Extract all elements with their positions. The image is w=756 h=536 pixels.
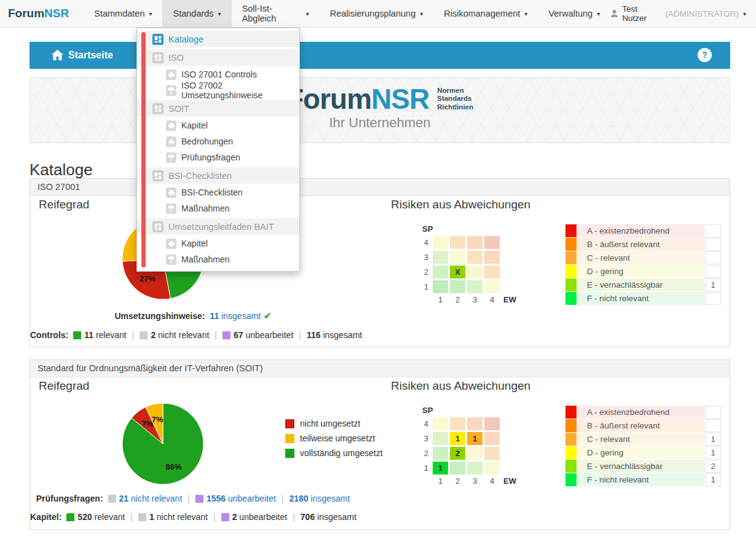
matrix-row-label: 3	[417, 432, 428, 445]
matrix-cell	[467, 417, 482, 430]
stats-label: Prüfungsfragen:	[36, 494, 103, 503]
pie-slice-label: 7%	[152, 415, 163, 424]
dropdown-item-pr-fungsfragen[interactable]: Prüfungsfragen	[137, 149, 299, 165]
umbrella-icon	[166, 152, 176, 163]
matrix-row-label: 4	[417, 417, 428, 430]
stats-separator: |	[293, 512, 295, 522]
legend-swatch	[285, 449, 294, 458]
stats-count: 116	[307, 330, 321, 340]
panel-header-label: ISO 27001	[37, 182, 80, 192]
matrix-cell	[484, 280, 500, 293]
nav-menu: Stammdaten▾Standards▾Soll-Ist-Abgleich▾R…	[84, 0, 610, 27]
puzzle-icon	[166, 69, 176, 80]
matrix-corner-spacer	[417, 476, 428, 486]
risk-class-label: C - relevant	[577, 433, 704, 446]
risk-class-swatch	[565, 265, 577, 278]
dropdown-item-kapitel[interactable]: Kapitel	[137, 235, 299, 251]
dropdown-item-ma-nahmen[interactable]: Maßnahmen	[137, 200, 299, 216]
puzzle-icon	[166, 238, 176, 249]
stats-text-link[interactable]: insgesamt	[219, 311, 261, 321]
dropdown-link-kataloge[interactable]: Kataloge	[137, 31, 299, 47]
matrix-col-labels: 1234EW	[417, 476, 516, 486]
pie-legend: nicht umgesetztteilweise umgesetztvollst…	[285, 419, 383, 463]
page-title: Kataloge	[30, 160, 93, 179]
dropdown-item-label: Prüfungsfragen	[181, 152, 240, 162]
stats-count: 706	[301, 512, 315, 522]
risk-class-label: D - gering	[577, 265, 704, 278]
dropdown-section-soit[interactable]: SOIT	[137, 100, 299, 117]
dropdown-section-iso[interactable]: ISO	[137, 49, 299, 66]
stats-count-link[interactable]: 2180	[289, 494, 308, 503]
nav-item-risikomanagement[interactable]: Risikomanagement▾	[433, 0, 538, 27]
dropdown-item-label: Kapitel	[181, 120, 208, 130]
dropdown-section-bsi-checklisten[interactable]: BSI-Checklisten	[137, 167, 299, 184]
risk-class-count: 2	[705, 460, 721, 473]
risk-class-count	[705, 406, 721, 419]
dropdown-item-iso-27002-umsetzungshinweise[interactable]: ISO 27002 Umsetzungshinweise	[137, 82, 299, 98]
risk-legend-row: B - äußerst relevant	[565, 419, 721, 432]
risk-legend-row: A - existenzbedrohend	[565, 406, 721, 419]
brand-part-2: NSR	[44, 7, 69, 20]
pie-slice-label: 27%	[140, 274, 156, 283]
nav-item-stammdaten[interactable]: Stammdaten▾	[84, 0, 162, 27]
stats-text-link[interactable]: insgesamt	[309, 494, 350, 503]
help-button[interactable]: ?	[698, 48, 712, 62]
chevron-down-icon: ▾	[743, 10, 746, 17]
stats-text: unbearbeitet	[243, 330, 294, 340]
matrix-cell	[433, 266, 448, 278]
nav-item-verwaltung[interactable]: Verwaltung▾	[538, 0, 610, 27]
stats-text-link[interactable]: nicht relevant	[128, 494, 182, 503]
user-menu[interactable]: Test Nutzer (ADMINISTRATOR) ▾	[610, 0, 756, 27]
stats-count: 67	[234, 330, 243, 340]
chevron-down-icon: ▾	[306, 10, 309, 17]
nav-item-label: Stammdaten	[94, 9, 144, 18]
risk-class-swatch	[565, 433, 577, 446]
risk-legend-row: D - gering	[565, 265, 721, 278]
dropdown-item-bsi-checklisten[interactable]: BSI-Checklisten	[137, 184, 299, 200]
matrix-cell[interactable]: 1	[433, 462, 448, 475]
risk-class-label: F - nicht relevant	[577, 473, 704, 486]
risk-legend-row: C - relevant1	[565, 433, 721, 446]
matrix-row: 311	[417, 432, 516, 445]
dropdown-item-ma-nahmen[interactable]: Maßnahmen	[137, 251, 299, 267]
dropdown-section-umsetzungsleitfaden-bait[interactable]: Umsetzungsleitfaden BAIT	[137, 218, 299, 235]
matrix-cell	[450, 462, 465, 475]
tiles-icon	[152, 34, 163, 45]
hero-logo-row: ForumNSR Normen Standards Richtlinien	[286, 85, 473, 113]
matrix-cell[interactable]: X	[450, 266, 465, 278]
stats-count-link[interactable]: 1556	[207, 494, 226, 503]
matrix-cell[interactable]: 2	[450, 447, 465, 460]
risk-legend-row: F - nicht relevant	[565, 292, 721, 305]
stats-count-link[interactable]: 11	[210, 311, 219, 321]
matrix-cell	[450, 236, 465, 249]
matrix-cell[interactable]: 1	[450, 432, 465, 445]
panel-header: ISO 27001	[30, 179, 730, 196]
chevron-down-icon: ▾	[149, 10, 152, 17]
risk-class-label: E - vernachlässigbar	[577, 278, 704, 291]
dropdown-item-kapitel[interactable]: Kapitel	[137, 117, 299, 133]
risks-heading: Risiken aus Abweichungen	[391, 198, 530, 211]
nav-item-standards[interactable]: Standards▾	[162, 0, 231, 27]
stats-count: 11	[84, 330, 93, 340]
risk-class-swatch	[565, 278, 577, 291]
dropdown-item-label: Bedrohungen	[181, 136, 233, 146]
nav-item-soll-ist-abgleich[interactable]: Soll-Ist-Abgleich▾	[232, 0, 320, 27]
stats-separator: |	[187, 494, 190, 503]
nav-item-realisierungsplanung[interactable]: Realisierungsplanung▾	[320, 0, 434, 27]
dropdown-item-bedrohungen[interactable]: Bedrohungen	[137, 133, 299, 149]
stats-text-link[interactable]: unbearbeitet	[226, 494, 276, 503]
matrix-cell	[484, 236, 500, 249]
dropdown-accent-bar	[141, 32, 146, 267]
risk-legend-row: B - äußerst relevant	[565, 238, 721, 251]
breadcrumb-banner[interactable]: Startseite ?	[30, 42, 730, 69]
matrix-col-label: 2	[450, 476, 465, 486]
risk-class-label: F - nicht relevant	[577, 292, 704, 305]
stats-count-link[interactable]: 21	[119, 494, 129, 503]
risk-class-label: B - äußerst relevant	[577, 238, 704, 251]
brand-logo[interactable]: ForumNSR	[0, 0, 84, 27]
matrix-cell[interactable]: 1	[467, 432, 482, 445]
panel-iso-27001: ISO 27001 Reifegrad 47%27%26% Umsetzungs…	[30, 178, 730, 347]
check-icon: ✔	[264, 310, 272, 321]
dropdown-item-label: Kataloge	[168, 34, 203, 44]
risk-class-label: D - gering	[577, 446, 704, 459]
